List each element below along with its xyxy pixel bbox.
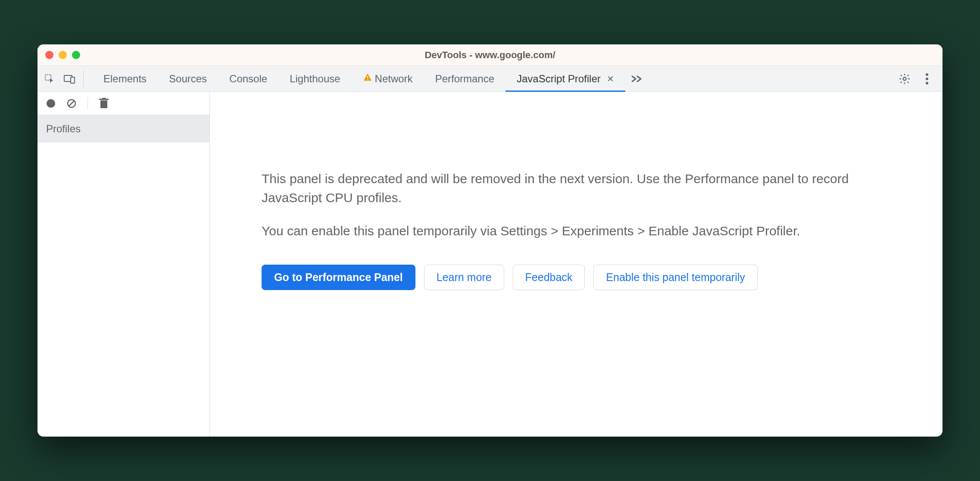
svg-point-5 [903, 77, 906, 80]
panel-tabs: ElementsSourcesConsoleLighthouseNetworkP… [92, 66, 625, 91]
deprecation-message-2: You can enable this panel temporarily vi… [262, 222, 865, 240]
action-buttons: Go to Performance Panel Learn more Feedb… [262, 265, 908, 290]
sidebar-toolbar [37, 92, 209, 115]
tab-label: Elements [103, 73, 147, 85]
svg-point-7 [926, 78, 928, 80]
clear-icon[interactable] [66, 98, 77, 109]
close-window-button[interactable] [45, 51, 53, 59]
deprecation-message-1: This panel is deprecated and will be rem… [262, 169, 865, 207]
toolbar-left-group [44, 70, 84, 87]
delete-icon[interactable] [98, 98, 109, 109]
tab-label: Sources [169, 73, 207, 85]
main-toolbar: ElementsSourcesConsoleLighthouseNetworkP… [37, 66, 943, 92]
warning-icon [363, 73, 371, 85]
tab-network[interactable]: Network [352, 66, 424, 91]
device-toolbar-icon[interactable] [63, 73, 75, 85]
close-tab-icon[interactable]: ✕ [607, 74, 614, 84]
main-panel: This panel is deprecated and will be rem… [210, 92, 943, 437]
zoom-window-button[interactable] [72, 51, 80, 59]
toolbar-right-group [899, 73, 936, 85]
settings-gear-icon[interactable] [899, 73, 911, 85]
svg-rect-2 [71, 77, 75, 83]
feedback-button[interactable]: Feedback [513, 265, 585, 290]
svg-rect-4 [367, 79, 368, 80]
enable-temporarily-button[interactable]: Enable this panel temporarily [593, 265, 757, 290]
tab-console[interactable]: Console [218, 66, 278, 91]
sidebar-item-profiles[interactable]: Profiles [37, 115, 209, 143]
minimize-window-button[interactable] [59, 51, 67, 59]
devtools-window: DevTools - www.google.com/ ElementsSourc… [37, 44, 943, 437]
tab-javascript-profiler[interactable]: JavaScript Profiler✕ [506, 66, 625, 91]
learn-more-button[interactable]: Learn more [424, 265, 504, 290]
record-icon[interactable] [45, 98, 56, 109]
tab-label: Console [229, 73, 267, 85]
svg-line-11 [69, 101, 74, 106]
go-to-performance-button[interactable]: Go to Performance Panel [262, 265, 415, 290]
sidebar: Profiles [37, 92, 210, 437]
traffic-lights [45, 51, 80, 59]
window-title: DevTools - www.google.com/ [424, 50, 555, 61]
content-area: Profiles This panel is deprecated and wi… [37, 92, 943, 437]
svg-point-6 [926, 73, 928, 76]
inspect-element-icon[interactable] [44, 73, 56, 85]
svg-point-9 [47, 99, 55, 108]
more-tabs-icon[interactable] [625, 74, 649, 84]
tab-label: Network [375, 73, 413, 85]
svg-rect-3 [367, 76, 368, 78]
tab-sources[interactable]: Sources [158, 66, 218, 91]
tab-label: JavaScript Profiler [517, 73, 601, 85]
tab-label: Lighthouse [290, 73, 340, 85]
tab-label: Performance [435, 73, 494, 85]
tab-lighthouse[interactable]: Lighthouse [278, 66, 351, 91]
sidebar-divider [87, 97, 88, 109]
tab-performance[interactable]: Performance [424, 66, 506, 91]
titlebar: DevTools - www.google.com/ [37, 44, 943, 66]
svg-point-8 [926, 82, 928, 84]
svg-rect-14 [102, 98, 106, 99]
kebab-menu-icon[interactable] [921, 73, 933, 85]
tab-elements[interactable]: Elements [92, 66, 158, 91]
svg-rect-12 [100, 100, 107, 108]
sidebar-item-label: Profiles [46, 123, 81, 134]
